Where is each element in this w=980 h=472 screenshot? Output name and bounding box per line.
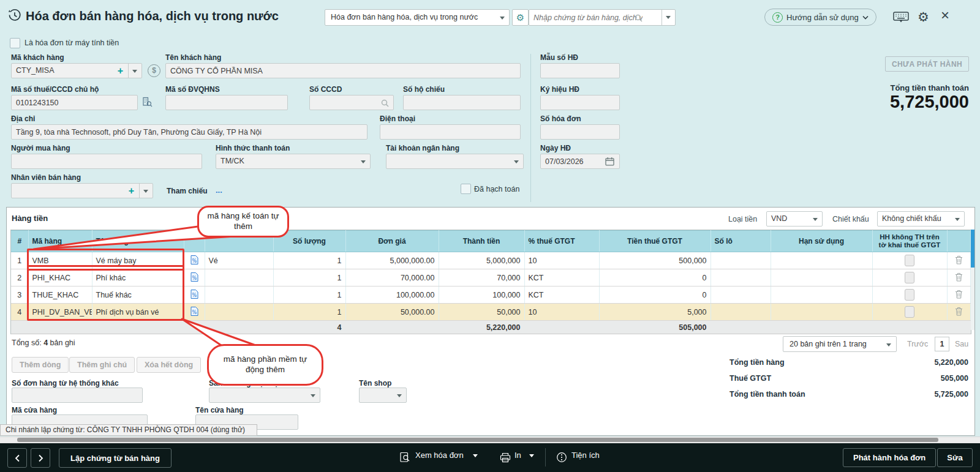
customer-code-combo[interactable]: CTY_MISA + (11, 63, 142, 78)
next-page-button[interactable]: Sau (955, 340, 968, 348)
discount-value: Không chiết khấu (882, 214, 941, 223)
trash-icon[interactable] (955, 309, 963, 318)
total-goods-value: 5,220,000 (846, 358, 968, 367)
doc-percent-icon[interactable]: % (190, 275, 198, 283)
edit-button[interactable]: Sửa (937, 448, 973, 467)
chevron-left-icon (15, 454, 20, 462)
settings-gear-icon[interactable]: ⚙ (918, 10, 929, 24)
utilities-button[interactable]: Tiện ích (571, 451, 600, 460)
close-icon[interactable]: × (941, 7, 949, 24)
invoice-date-label: Ngày HĐ (540, 144, 571, 152)
next-record-button[interactable] (31, 448, 50, 468)
prev-page-button[interactable]: Trước (907, 340, 928, 348)
doc-percent-icon[interactable]: % (190, 292, 198, 301)
col-ma-hang[interactable]: Mã hàng (28, 231, 92, 252)
currency-dollar-icon[interactable]: $ (148, 64, 160, 77)
col-tien-thue[interactable]: Tiền thuế GTGT (599, 231, 710, 252)
shop-name-select[interactable] (359, 388, 407, 403)
annotation-callout-bottom: mã hàng phần mềm tự động thêm (207, 344, 323, 386)
payment-method-select[interactable]: TM/CK (216, 154, 371, 169)
serial-no-input[interactable] (540, 95, 620, 110)
add-customer-icon[interactable]: + (118, 64, 123, 78)
external-order-input[interactable] (12, 388, 143, 403)
tax-code-input[interactable] (11, 95, 138, 110)
invoice-no-input[interactable] (540, 124, 620, 140)
print-dropdown[interactable] (529, 454, 534, 460)
trash-icon[interactable] (955, 258, 963, 266)
current-page-box[interactable]: 1 (935, 337, 949, 351)
tax-code-label: Mã số thuế/CCCD chủ hộ (11, 85, 99, 94)
view-invoice-button[interactable]: Xem hóa đơn (415, 451, 464, 460)
page-size-select[interactable]: 20 bản ghi trên 1 trang (783, 336, 897, 352)
col-ten-hang[interactable]: Tên hàng (92, 231, 184, 252)
phone-input[interactable] (380, 124, 521, 140)
bank-account-select[interactable] (386, 154, 524, 169)
address-input[interactable] (11, 124, 368, 140)
col-index: # (11, 231, 28, 252)
currency-label: Loại tiền (728, 215, 757, 223)
col-thue-gtgt[interactable]: % thuế GTGT (524, 231, 599, 252)
serial-no-label: Ký hiệu HĐ (540, 85, 579, 94)
discount-select[interactable]: Không chiết khấu (877, 211, 965, 227)
customer-name-input[interactable] (165, 63, 521, 78)
table-row[interactable]: 3 THUE_KHAC Thuế khác % 1 100,000.00 100… (11, 287, 970, 304)
add-row-button[interactable]: Thêm dòng (12, 357, 69, 373)
row-checkbox[interactable] (905, 272, 914, 283)
search-dropdown[interactable] (662, 10, 675, 25)
search-settings-button[interactable]: ⚙ (512, 9, 529, 26)
reference-more-link[interactable]: ... (216, 185, 222, 195)
org-lookup-icon[interactable] (142, 97, 153, 110)
sales-employee-dropdown[interactable] (139, 184, 153, 198)
customer-code-dropdown[interactable] (128, 64, 141, 78)
calendar-icon[interactable] (605, 157, 614, 168)
invoice-window: { "header": { "title": "Hóa đơn bán hàng… (0, 0, 980, 472)
vertical-scrollbar-thumb[interactable] (971, 230, 974, 268)
ecommerce-platform-select[interactable] (209, 388, 320, 403)
voucher-type-select[interactable]: Hóa đơn bán hàng hóa, dịch vụ trong nước (325, 9, 510, 26)
print-button[interactable]: In (514, 451, 521, 460)
total-payment-value: 5,725,000 (846, 390, 968, 399)
pos-invoice-checkbox[interactable] (10, 38, 20, 48)
view-invoice-dropdown[interactable] (473, 454, 478, 460)
sales-employee-combo[interactable]: + (11, 183, 153, 198)
currency-value: VND (771, 214, 787, 223)
tab-hang-tien[interactable]: Hàng tiền (12, 214, 48, 223)
search-input[interactable] (529, 10, 647, 25)
table-row[interactable]: 2 PHI_KHAC Phí khác % 1 70,000.00 70,000… (11, 269, 970, 287)
col-don-gia[interactable]: Đơn giá (345, 231, 439, 252)
table-row[interactable]: 1 VMB Vé máy bay % Vé 1 5,000,000.00 5,0… (11, 252, 970, 269)
create-sales-doc-button[interactable]: Lập chứng từ bán hàng (59, 448, 172, 468)
budget-code-input[interactable] (165, 95, 288, 110)
citizen-id-search-icon[interactable] (381, 99, 389, 110)
doc-percent-icon[interactable]: % (190, 258, 198, 266)
publish-invoice-button[interactable]: Phát hành hóa đơn (843, 448, 936, 467)
template-no-input[interactable] (540, 63, 620, 78)
col-so-lo[interactable]: Số lô (710, 231, 771, 252)
col-han-su-dung[interactable]: Hạn sử dụng (771, 231, 872, 252)
row-checkbox[interactable] (905, 255, 914, 266)
prev-record-button[interactable] (7, 448, 27, 468)
table-row-selected[interactable]: 4 PHI_DV_BAN_VE Phí dịch vụ bán vé % 1 5… (11, 304, 970, 321)
row-checkbox[interactable] (905, 306, 914, 318)
currency-select[interactable]: VND (766, 211, 823, 227)
delete-all-rows-button[interactable]: Xóa hết dòng (137, 357, 201, 373)
detail-panel: Hàng tiền Loại tiền VND Chiết khấu Không… (6, 207, 975, 436)
posted-checkbox[interactable] (461, 184, 471, 194)
horizontal-scrollbar-thumb[interactable] (17, 438, 938, 442)
help-button[interactable]: ? Hướng dẫn sử dụng (764, 9, 876, 26)
row-checkbox[interactable] (905, 289, 914, 301)
col-hh-khong-th[interactable]: HH không TH trên tờ khai thuế GTGT (872, 231, 947, 252)
search-icon[interactable] (635, 13, 643, 24)
trash-icon[interactable] (955, 292, 963, 301)
passport-input[interactable] (403, 95, 521, 110)
svg-text:%: % (192, 258, 197, 263)
trash-icon[interactable] (955, 275, 963, 283)
add-employee-icon[interactable]: + (129, 184, 134, 198)
col-thanh-tien[interactable]: Thành tiền (439, 231, 524, 252)
keyboard-icon[interactable] (893, 12, 909, 26)
vertical-scrollbar[interactable] (971, 230, 974, 330)
search-box[interactable] (529, 9, 676, 26)
buyer-input[interactable] (11, 154, 202, 169)
doc-percent-icon[interactable]: % (190, 309, 198, 318)
add-note-button[interactable]: Thêm ghi chú (69, 357, 135, 373)
